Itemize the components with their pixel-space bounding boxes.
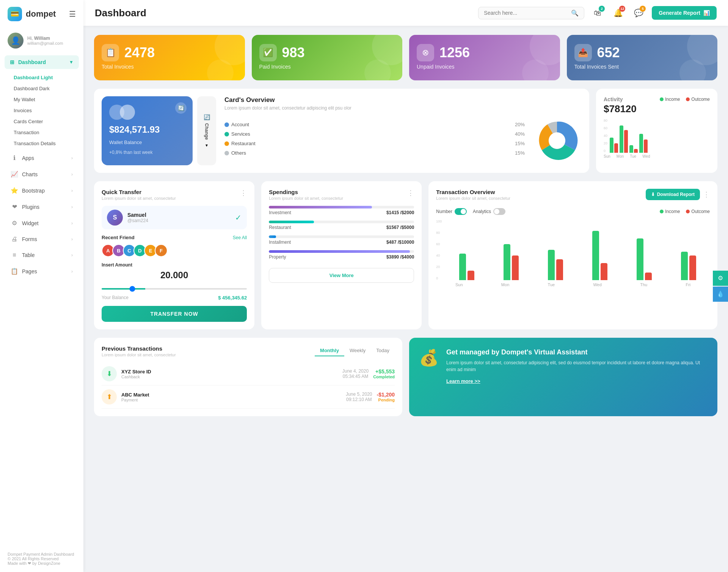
nav-sub-invoices[interactable]: Invoices [8,105,76,116]
settings-float-button[interactable]: ⚙ [713,271,728,286]
transfer-now-button[interactable]: TRANSFER NOW [102,306,247,322]
txn-icon-payment: ⬆ [102,389,117,404]
sidebar-item-pages[interactable]: 📋 Pages › [3,264,80,279]
txn-info-2: ABC Market Payment [121,392,341,402]
nav-sub-my-wallet[interactable]: My Wallet [8,94,76,105]
dot-services [224,132,229,136]
table-row: ⬇ XYZ Store ID Cashback June 4, 2020 05:… [102,362,395,386]
activity-legend: Income Outcome [660,97,710,102]
search-input[interactable] [484,10,568,16]
txn-label-mon: Mon [501,282,509,287]
txn-income-label: Income [665,209,680,214]
nav-sub-transaction-details[interactable]: Transaction Details [8,138,76,149]
tab-today[interactable]: Today [371,345,395,356]
user-greeting: Hi, William [27,36,63,41]
recent-friend-row: Recent Friend See All [102,235,247,240]
overview-row-restaurant: Restaurant 15% [224,141,525,146]
generate-report-label: Generate Report [659,10,700,16]
services-pct: 40% [515,131,525,137]
balance-label: Your Balance [102,295,129,301]
nav-sub-dashboard-dark[interactable]: Dashboard Dark [8,83,76,94]
view-more-button[interactable]: View More [269,268,414,283]
bell-notification[interactable]: 🔔 12 [611,6,625,20]
income-label: Income [665,97,680,102]
hamburger-icon[interactable]: ☰ [69,9,76,19]
message-notification[interactable]: 💬 5 [631,6,646,20]
invoice-icon: 📋 [102,44,119,61]
txn-more-icon[interactable]: ⋮ [703,190,710,199]
nav-sub-transaction[interactable]: Transaction [8,127,76,138]
analytics-toggle-switch[interactable] [493,208,505,215]
sidebar-item-dashboard[interactable]: ⊞ Dashboard ▼ [5,55,79,69]
tab-weekly[interactable]: Weekly [344,345,371,356]
user-name: William [34,36,50,41]
txn-type-1: Cashback [121,375,338,379]
more-options-icon[interactable]: ⋮ [240,189,247,197]
unpaid-invoices-label: Unpaid Invoices [417,64,552,70]
change-button[interactable]: 🔄 Change ▼ [197,96,216,165]
shopping-notification[interactable]: 🛍 2 [590,6,605,20]
sidebar-item-bootstrap[interactable]: ⭐ Bootstrap › [3,183,80,198]
card-circle2 [120,105,135,120]
txn-info-1: XYZ Store ID Cashback [121,369,338,379]
overview-subtitle: Lorem ipsum dolor sit amet, consectetur … [224,105,582,111]
unpaid-icon: ⊗ [417,44,434,61]
prop-bar-fill [269,250,410,253]
sidebar-item-widget[interactable]: ⚙ Widget › [3,216,80,230]
footer-made: Made with ❤ by DesignZone [8,561,76,566]
sidebar-item-apps[interactable]: ℹ Apps › [3,150,80,165]
forms-icon: 🖨 [11,236,18,243]
table-icon: ≡ [11,252,18,259]
install-bar-fill [269,235,276,238]
page-title: Dashboard [95,7,472,19]
sidebar-item-table[interactable]: ≡ Table › [3,248,80,262]
sidebar-item-charts[interactable]: 📈 Charts › [3,167,80,182]
chevron-down-icon: ▼ [69,60,74,65]
bar-group-mon [620,125,628,153]
tab-monthly[interactable]: Monthly [315,345,344,356]
bottom-row: Quick Transfer Lorem ipsum dolor sit ame… [94,181,717,329]
txn-bar-wed [579,231,621,280]
overview-row-account: Account 20% [224,122,525,127]
invest-bar-fill [269,206,372,208]
contact-info: Samuel @sam224 [127,212,231,223]
avatar-6[interactable]: F [155,244,168,257]
nav-sub-cards-center[interactable]: Cards Center [8,116,76,127]
va-learn-more-link[interactable]: Learn more >> [446,378,708,384]
forms-label: Forms [22,236,37,242]
sidebar: 💳 dompet ☰ 👤 Hi, William william@gmail.c… [0,0,83,572]
va-title: Get managed by Dompet's Virtual Assistan… [446,348,708,356]
txn-date-value-1: June 4, 2020 [342,368,369,374]
float-buttons: ⚙ 💧 [713,271,728,302]
refresh-button[interactable]: 🔄 [175,102,187,114]
generate-report-button[interactable]: Generate Report 📊 [652,6,717,20]
card-overview-section: 🔄 $824,571.93 Wallet Balance +0,8% than … [94,89,589,173]
logo-icon: 💳 [8,7,22,21]
stat-card-paid-invoices: ✅ 983 Paid Invoices [252,35,403,80]
qt-subtitle: Lorem ipsum dolor sit amet, consectetur [102,196,176,201]
contact-card: S Samuel @sam224 ✓ [102,206,247,229]
wallet-card: 🔄 $824,571.93 Wallet Balance +0,8% than … [102,96,193,165]
txn-outcome-legend: Outcome [686,209,710,214]
shopping-badge: 2 [599,6,605,12]
stat-card-sent-invoices: 📤 652 Total Invoices Sent [567,35,718,80]
sidebar-item-forms[interactable]: 🖨 Forms › [3,232,80,246]
number-toggle-switch[interactable] [455,208,467,215]
txn-subtitle: Lorem ipsum dolor sit amet, consectetur [436,196,510,201]
txn-time-2: 09:12:10 AM [346,397,372,402]
message-badge: 5 [640,6,646,12]
txn-header: Transaction Overview Lorem ipsum dolor s… [436,189,710,206]
amount-slider[interactable] [102,288,247,290]
wallet-change: +0,8% than last week [109,150,185,155]
txn-time-1: 05:34:45 AM [342,374,369,379]
download-report-button[interactable]: ⬇ Download Report [646,189,700,200]
txn-fri-income [681,252,688,280]
sidebar-item-plugins[interactable]: ❤ Plugins › [3,199,80,214]
change-label: Change [204,123,209,140]
txn-outcome-label: Outcome [691,209,710,214]
chevron-right-icon7: › [71,252,73,258]
see-all-link[interactable]: See All [233,235,247,240]
nav-sub-dashboard-light[interactable]: Dashboard Light [8,72,76,83]
water-float-button[interactable]: 💧 [713,287,728,302]
spendings-more-icon[interactable]: ⋮ [407,189,414,197]
